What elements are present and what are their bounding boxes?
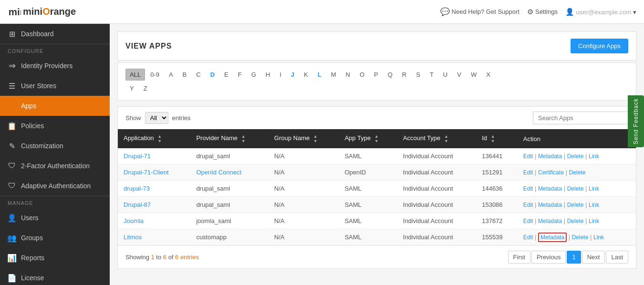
action-metadata-link[interactable]: Metadata — [538, 218, 562, 224]
action-metadata-link[interactable]: Metadata — [538, 233, 567, 242]
action-link-link[interactable]: Link — [593, 234, 604, 241]
sidebar-item-apps[interactable]: ◈ Apps — [0, 96, 110, 116]
showing-from: 1 — [151, 254, 154, 261]
action-edit-link[interactable]: Edit — [523, 218, 533, 224]
filter-v-button[interactable]: V — [453, 69, 466, 81]
action-edit-link[interactable]: Edit — [523, 169, 533, 176]
action-delete-link[interactable]: Delete — [567, 185, 584, 192]
first-page-button[interactable]: First — [508, 251, 530, 264]
sidebar-item-reports[interactable]: 📊 Reports — [0, 248, 110, 268]
user-stores-icon: ☰ — [8, 81, 16, 90]
sort-icon[interactable]: ▲▼ — [491, 134, 495, 143]
filter-y-button[interactable]: Y — [125, 82, 138, 94]
next-page-button[interactable]: Next — [582, 251, 605, 264]
filter-k-button[interactable]: K — [300, 69, 312, 81]
table-row: drupal-73drupal_samlN/ASAMLIndividual Ac… — [118, 181, 636, 197]
action-delete-link[interactable]: Delete — [572, 234, 589, 241]
action-edit-link[interactable]: Edit — [523, 185, 533, 192]
provider-link[interactable]: OpenId Connect — [196, 169, 241, 176]
previous-page-button[interactable]: Previous — [531, 251, 566, 264]
action-link-link[interactable]: Link — [589, 153, 599, 160]
filter-d-button[interactable]: D — [206, 69, 219, 81]
filter-f-button[interactable]: F — [234, 69, 246, 81]
application-link[interactable]: Litmos — [124, 234, 142, 241]
filter-u-button[interactable]: U — [439, 69, 452, 81]
filter-g-button[interactable]: G — [247, 69, 260, 81]
action-delete-link[interactable]: Delete — [569, 169, 586, 176]
cell-provider-name: drupal_saml — [190, 197, 268, 213]
sidebar-item-adaptive-auth[interactable]: 🛡 Adaptive Authentication — [0, 176, 110, 196]
user-menu[interactable]: 👤 user@example.com ▾ — [565, 8, 636, 16]
sidebar-item-dashboard[interactable]: ⊞ Dashboard — [0, 24, 110, 44]
action-certificate-link[interactable]: Certificate — [538, 169, 564, 176]
action-edit-link[interactable]: Edit — [523, 234, 533, 241]
application-link[interactable]: Drupal-71-Client — [124, 169, 169, 176]
action-edit-link[interactable]: Edit — [523, 153, 533, 160]
filter-m-button[interactable]: M — [327, 69, 341, 81]
application-link[interactable]: drupal-73 — [124, 185, 150, 192]
sidebar-item-policies[interactable]: 📋 Policies — [0, 116, 110, 136]
application-link[interactable]: Drupal-87 — [124, 201, 151, 208]
sort-icon[interactable]: ▲▼ — [241, 134, 246, 143]
filter-q-button[interactable]: Q — [384, 69, 397, 81]
filter-e-button[interactable]: E — [220, 69, 233, 81]
action-delete-link[interactable]: Delete — [567, 202, 584, 208]
filter-a-button[interactable]: A — [165, 69, 177, 81]
filter-o-button[interactable]: O — [355, 69, 369, 81]
sort-icon[interactable]: ▲▼ — [374, 134, 379, 143]
filter-j-button[interactable]: J — [287, 69, 299, 81]
sidebar-item-user-stores[interactable]: ☰ User Stores — [0, 76, 110, 96]
sidebar-item-customization[interactable]: ✎ Customization — [0, 136, 110, 156]
entries-select[interactable]: 10 25 50 All — [145, 112, 168, 124]
action-metadata-link[interactable]: Metadata — [538, 202, 562, 208]
filter-all-button[interactable]: ALL — [125, 69, 145, 81]
cell-app-type: SAML — [339, 181, 397, 197]
action-metadata-link[interactable]: Metadata — [538, 185, 562, 192]
send-feedback-button[interactable]: Send Feedback — [628, 95, 644, 147]
sidebar-item-identity-providers[interactable]: ⇒ Identity Providers — [0, 56, 110, 76]
filter-b-button[interactable]: B — [178, 69, 191, 81]
section-manage: Manage — [0, 196, 110, 208]
cell-provider-name: joomla_saml — [190, 213, 268, 229]
filter-09-button[interactable]: 0-9 — [146, 69, 164, 81]
action-link-link[interactable]: Link — [589, 218, 599, 224]
configure-apps-button[interactable]: Configure Apps — [571, 39, 628, 53]
filter-w-button[interactable]: W — [467, 69, 481, 81]
page-1-button[interactable]: 1 — [567, 251, 581, 264]
filter-t-button[interactable]: T — [426, 69, 438, 81]
action-delete-link[interactable]: Delete — [567, 218, 584, 224]
filter-n-button[interactable]: N — [342, 69, 354, 81]
filter-z-button[interactable]: Z — [139, 82, 152, 94]
action-edit-link[interactable]: Edit — [523, 202, 533, 208]
sort-icon[interactable]: ▲▼ — [313, 134, 318, 143]
filter-p-button[interactable]: P — [370, 69, 383, 81]
action-delete-link[interactable]: Delete — [567, 153, 584, 160]
last-page-button[interactable]: Last — [606, 251, 628, 264]
filter-r-button[interactable]: R — [398, 69, 411, 81]
sidebar-item-two-factor[interactable]: 🛡 2-Factor Authentication — [0, 156, 110, 176]
sort-icon[interactable]: ▲▼ — [444, 134, 448, 143]
settings-link[interactable]: ⚙ Settings — [527, 8, 558, 16]
filter-c-button[interactable]: C — [192, 69, 205, 81]
application-link[interactable]: Joomla — [124, 217, 144, 224]
col-account-type: Account Type ▲▼ — [397, 129, 476, 148]
search-apps-input[interactable] — [533, 112, 628, 124]
two-factor-icon: 🛡 — [8, 162, 16, 170]
sidebar-item-groups[interactable]: 👥 Groups — [0, 228, 110, 248]
filter-x-button[interactable]: X — [482, 69, 495, 81]
action-link-link[interactable]: Link — [589, 202, 599, 208]
application-link[interactable]: Drupal-71 — [124, 153, 151, 160]
sidebar-item-users[interactable]: 👤 Users — [0, 208, 110, 228]
policies-icon: 📋 — [8, 122, 16, 130]
filter-i-button[interactable]: I — [275, 69, 286, 81]
filter-l-button[interactable]: L — [313, 69, 326, 81]
action-link-link[interactable]: Link — [589, 185, 599, 192]
action-metadata-link[interactable]: Metadata — [538, 153, 562, 160]
sort-icon[interactable]: ▲▼ — [157, 134, 162, 143]
filter-h-button[interactable]: H — [261, 69, 274, 81]
support-link[interactable]: 💬 Need Help? Get Support — [440, 7, 519, 16]
logo-text: miniOrange — [23, 6, 76, 17]
sidebar-item-license[interactable]: 📄 License — [0, 268, 110, 285]
cell-app-type: SAML — [339, 148, 397, 164]
filter-s-button[interactable]: S — [412, 69, 425, 81]
